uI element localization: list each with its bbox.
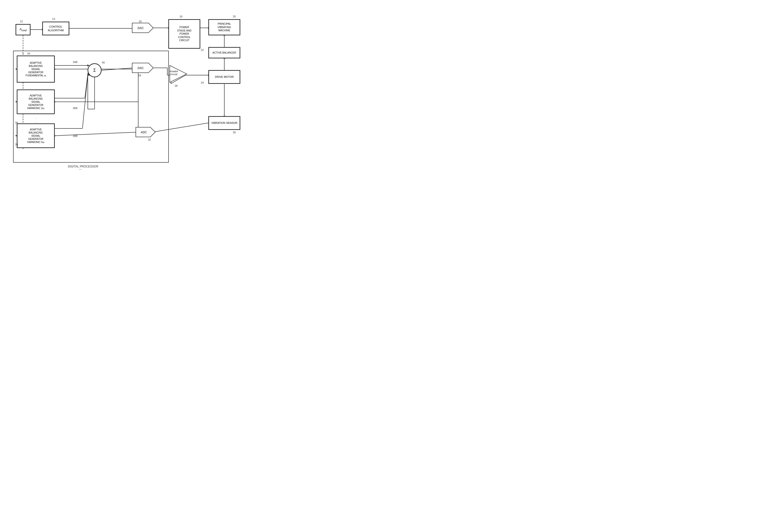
sigma-block: Σ: [88, 64, 101, 77]
label-28: 28: [174, 84, 177, 87]
acmd-block: Acmd: [16, 24, 30, 35]
vibration-sensor-block: VIBRATION SENSOR: [209, 116, 240, 130]
principal-vibrating-machine-block: PRINCIPAL VIBRATING MACHINE: [209, 20, 240, 35]
label-20: 20: [233, 15, 236, 18]
diagram: Acmd 12 CONTROL ALGORITHM 13 16 POWER ST…: [0, 0, 243, 170]
digital-processor-label: DIGITAL PROCESSOR: [68, 165, 98, 168]
label-36b: 36B: [73, 107, 77, 110]
dac1-shape: DAC: [131, 22, 155, 33]
label-34b: 34B: [73, 61, 77, 64]
label-24: 24: [201, 81, 204, 84]
drive-motor-block: DRIVE MOTOR: [209, 70, 240, 84]
svg-text:DAC: DAC: [137, 66, 144, 70]
label-10: 10: [79, 169, 82, 170]
absg-harmonich-block: ADAPTIVE BALANCING SIGNAL GENERATOR HARM…: [17, 124, 55, 148]
svg-line-54: [101, 68, 133, 70]
label-13: 13: [52, 18, 55, 21]
label-40: 40: [102, 61, 105, 64]
svg-line-38: [55, 132, 138, 136]
svg-text:DAC: DAC: [137, 26, 144, 30]
svg-text:STAGE: STAGE: [170, 73, 177, 76]
label-38b: 38B: [73, 135, 77, 137]
absg-fundamental-block: ADAPTIVE BALANCING SIGNAL GENERATOR FUND…: [17, 56, 55, 82]
label-30: 30: [233, 131, 236, 134]
label-34: 34: [27, 52, 30, 55]
power-stage-control-block: POWER STAGE AND POWER CONTROL CIRCUIT: [168, 20, 200, 49]
power-stage-shape: POWER STAGE: [168, 64, 188, 84]
adc-shape: ADC: [135, 127, 157, 137]
svg-line-36: [153, 123, 209, 132]
svg-line-49: [85, 74, 88, 98]
svg-text:POWER: POWER: [170, 70, 178, 73]
active-balancer-block: ACTIVE BALANCER: [209, 47, 240, 58]
label-18: 18: [179, 15, 182, 18]
label-22: 22: [201, 49, 204, 51]
svg-text:ADC: ADC: [141, 131, 147, 134]
label-38: 38: [15, 143, 18, 146]
absg-harmonic2-block: ADAPTIVE BALANCING SIGNAL GENERATOR HARM…: [17, 90, 55, 114]
control-algorithm-block: CONTROL ALGORITHM: [42, 22, 69, 35]
label-32: 32: [148, 138, 151, 141]
dac2-shape: DAC: [131, 63, 155, 73]
label-12: 12: [20, 20, 23, 23]
label-26: 26: [138, 74, 141, 77]
svg-line-52: [82, 75, 88, 128]
